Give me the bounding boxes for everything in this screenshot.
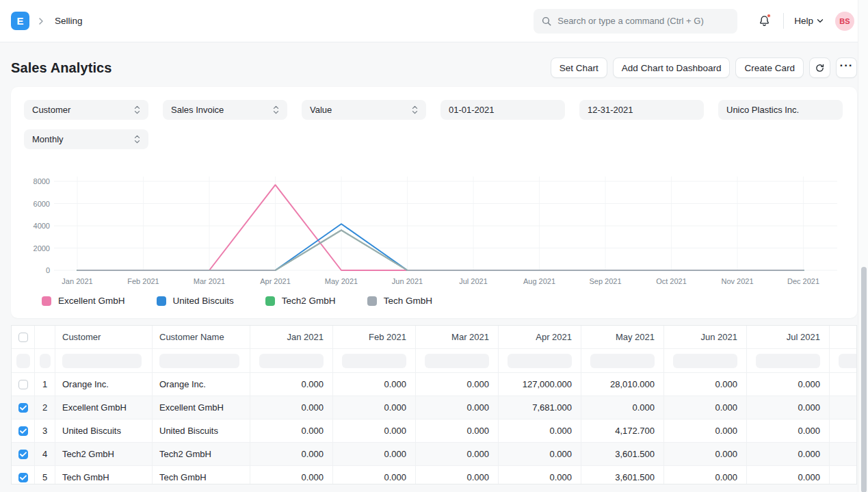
filter-range[interactable]: Monthly — [24, 129, 148, 149]
legend-item[interactable]: United Biscuits — [157, 296, 234, 306]
legend-item[interactable]: Excellent GmbH — [42, 296, 125, 306]
column-filter-input[interactable] — [590, 354, 655, 368]
column-filter-input[interactable] — [425, 354, 489, 368]
cell-value[interactable]: 0.000 — [416, 466, 499, 484]
column-header[interactable]: Mar 2021 — [416, 326, 499, 348]
column-header[interactable]: Feb 2021 — [333, 326, 416, 348]
cell-value[interactable]: 0.000 — [747, 419, 830, 442]
legend-item[interactable]: Tech2 GmbH — [265, 296, 336, 306]
column-header[interactable]: Jun 2021 — [664, 326, 747, 348]
cell-value[interactable]: 0.000 — [664, 396, 747, 419]
row-checkbox[interactable] — [18, 450, 28, 459]
filter-from-date[interactable]: 01-01-2021 — [440, 100, 565, 120]
cell-value[interactable]: 0.000 — [416, 443, 499, 465]
filter-based-on[interactable]: Sales Invoice — [163, 100, 287, 120]
cell-value[interactable]: 0.000 — [499, 419, 581, 442]
cell-value[interactable]: 0.000 — [830, 373, 857, 396]
cell-value[interactable]: 0.000 — [250, 443, 333, 465]
cell-value[interactable]: 0.000 — [333, 419, 416, 442]
cell-value[interactable]: 0.000 — [250, 419, 333, 442]
user-avatar[interactable]: BS — [835, 12, 854, 31]
column-filter-input[interactable] — [159, 354, 239, 368]
column-filter-input[interactable] — [259, 354, 324, 368]
cell-value[interactable]: 7,681.000 — [499, 396, 581, 419]
cell-customer-name[interactable]: Excellent GmbH — [153, 396, 250, 419]
column-filter-input[interactable] — [16, 354, 30, 368]
page-scrollbar[interactable] — [858, 0, 868, 492]
legend-item[interactable]: Tech GmbH — [367, 296, 432, 306]
column-header[interactable]: Customer Name — [153, 326, 250, 348]
cell-value[interactable]: 0.000 — [747, 373, 830, 396]
cell-value[interactable]: 0.000 — [664, 466, 747, 484]
column-header[interactable]: Jan 2021 — [250, 326, 333, 348]
cell-customer[interactable]: Orange Inc. — [55, 373, 153, 396]
filter-value-quantity[interactable]: Value — [302, 100, 426, 120]
global-search[interactable] — [534, 9, 737, 34]
cell-value[interactable]: 4,172.700 — [581, 419, 664, 442]
cell-value[interactable]: 0.000 — [250, 373, 333, 396]
menu-button[interactable]: ··· — [836, 57, 857, 78]
column-filter-input[interactable] — [508, 354, 572, 368]
cell-value[interactable]: 0.000 — [333, 373, 416, 396]
cell-value[interactable]: 0.000 — [664, 443, 747, 465]
cell-customer[interactable]: United Biscuits — [55, 419, 153, 442]
cell-value[interactable]: 0.000 — [333, 443, 416, 465]
cell-value[interactable]: 3,601.500 — [581, 443, 664, 465]
cell-customer[interactable]: Tech GmbH — [55, 466, 153, 484]
cell-value[interactable]: 0.000 — [830, 466, 857, 484]
breadcrumb-selling[interactable]: Selling — [55, 16, 83, 26]
cell-value[interactable]: 0.000 — [664, 373, 747, 396]
cell-value[interactable]: 3,601.500 — [581, 466, 664, 484]
cell-value[interactable]: 0.000 — [416, 373, 499, 396]
cell-customer[interactable]: Tech2 GmbH — [55, 443, 153, 465]
column-header[interactable]: Apr 2021 — [499, 326, 581, 348]
column-filter-input[interactable] — [342, 354, 406, 368]
cell-customer-name[interactable]: Tech GmbH — [153, 466, 250, 484]
cell-value[interactable]: 0.000 — [499, 443, 581, 465]
search-input[interactable] — [557, 16, 730, 26]
cell-value[interactable]: 0.000 — [830, 396, 857, 419]
column-filter-input[interactable] — [839, 354, 857, 368]
row-checkbox[interactable] — [18, 426, 28, 436]
cell-value[interactable]: 0.000 — [499, 466, 581, 484]
cell-value[interactable]: 0.000 — [250, 396, 333, 419]
cell-value[interactable]: 0.000 — [747, 396, 830, 419]
cell-value[interactable]: 0.000 — [333, 396, 416, 419]
create-card-button[interactable]: Create Card — [735, 57, 804, 78]
cell-value[interactable]: 0.000 — [250, 466, 333, 484]
cell-customer-name[interactable]: United Biscuits — [153, 419, 250, 442]
select-all-checkbox[interactable] — [18, 333, 28, 342]
row-checkbox[interactable] — [18, 403, 28, 413]
cell-value[interactable]: 0.000 — [416, 396, 499, 419]
cell-value[interactable]: 0.000 — [830, 443, 857, 465]
notifications-button[interactable] — [757, 14, 772, 29]
column-header[interactable]: Jul 2021 — [747, 326, 830, 348]
cell-value[interactable]: 0.000 — [747, 443, 830, 465]
cell-value[interactable]: 0.000 — [416, 419, 499, 442]
add-chart-to-dashboard-button[interactable]: Add Chart to Dashboard — [613, 57, 731, 78]
cell-customer-name[interactable]: Orange Inc. — [153, 373, 250, 396]
row-checkbox[interactable] — [18, 380, 28, 389]
column-header[interactable]: Aug 2021 — [830, 326, 857, 348]
column-header[interactable]: May 2021 — [581, 326, 664, 348]
column-filter-input[interactable] — [756, 354, 820, 368]
column-filter-input[interactable] — [40, 354, 51, 368]
refresh-button[interactable] — [809, 57, 830, 78]
cell-value[interactable]: 0.000 — [333, 466, 416, 484]
scrollbar-thumb[interactable] — [861, 267, 867, 492]
column-filter-input[interactable] — [673, 354, 737, 368]
cell-customer[interactable]: Excellent GmbH — [55, 396, 153, 419]
filter-to-date[interactable]: 12-31-2021 — [579, 100, 704, 120]
column-header[interactable]: Customer — [55, 326, 153, 348]
filter-company[interactable]: Unico Plastics Inc. — [718, 100, 843, 120]
cell-value[interactable]: 28,010.000 — [581, 373, 664, 396]
row-checkbox[interactable] — [18, 473, 28, 482]
filter-tree-type[interactable]: Customer — [24, 100, 148, 120]
cell-value[interactable]: 127,000.000 — [499, 373, 581, 396]
cell-value[interactable]: 0.000 — [830, 419, 857, 442]
cell-customer-name[interactable]: Tech2 GmbH — [153, 443, 250, 465]
app-logo-icon[interactable]: E — [11, 12, 29, 30]
cell-value[interactable]: 0.000 — [664, 419, 747, 442]
cell-value[interactable]: 0.000 — [581, 396, 664, 419]
cell-value[interactable]: 0.000 — [747, 466, 830, 484]
